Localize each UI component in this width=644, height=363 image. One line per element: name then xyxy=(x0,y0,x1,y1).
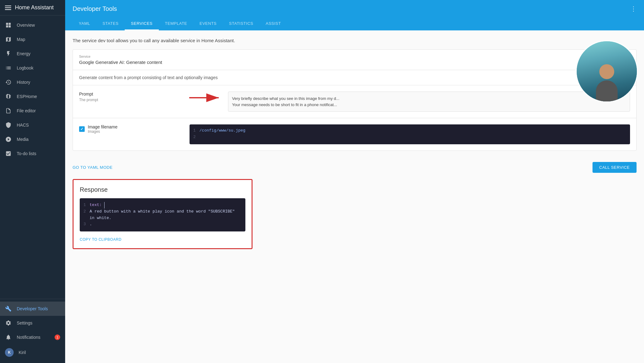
prompt-left: Prompt The prompt xyxy=(79,92,185,102)
prompt-row: Prompt The prompt Very brie xyxy=(73,85,636,118)
sidebar-label-todo: To-do lists xyxy=(17,151,36,156)
notifications-icon xyxy=(5,334,12,341)
sidebar-item-media[interactable]: Media xyxy=(0,132,65,146)
response-line-3: 3 . xyxy=(83,221,242,228)
settings-icon xyxy=(5,320,12,326)
person-body xyxy=(596,80,618,102)
sidebar-item-logbook[interactable]: Logbook xyxy=(0,61,65,75)
topbar-menu-icon[interactable]: ⋮ xyxy=(630,5,637,12)
store-icon xyxy=(5,122,12,128)
action-bar: GO TO YAML MODE CALL SERVICE xyxy=(73,157,637,173)
response-cursor-line3: . xyxy=(90,221,92,228)
image-field-sublabel: Images xyxy=(88,129,118,134)
prompt-sublabel: The prompt xyxy=(79,98,185,102)
hamburger-icon[interactable] xyxy=(5,6,11,10)
todo-icon xyxy=(5,150,12,157)
sidebar-item-settings[interactable]: Settings xyxy=(0,316,65,330)
sidebar: Home Assistant Overview Map xyxy=(0,0,65,363)
response-title: Response xyxy=(80,186,245,193)
response-line-1: 1 text: xyxy=(83,202,242,208)
tab-events[interactable]: EVENTS xyxy=(193,17,223,30)
sidebar-item-user[interactable]: K Kiril xyxy=(0,344,65,361)
sidebar-label-notifications: Notifications xyxy=(17,335,40,340)
map-icon xyxy=(5,36,12,43)
page-title: Developer Tools xyxy=(73,5,630,12)
sidebar-label-map: Map xyxy=(17,37,25,42)
service-field[interactable]: Service Google Generative AI: Generate c… xyxy=(73,50,636,70)
sidebar-label-energy: Energy xyxy=(17,51,30,56)
sidebar-item-hacs[interactable]: HACS xyxy=(0,118,65,132)
code-line-2: 2 xyxy=(193,134,626,141)
tab-yaml[interactable]: YAML xyxy=(73,17,96,30)
video-person xyxy=(577,41,637,101)
file-icon xyxy=(5,107,12,114)
go-yaml-mode-button[interactable]: GO TO YAML MODE xyxy=(73,165,113,170)
grid-icon xyxy=(5,22,12,29)
notification-count: 1 xyxy=(55,334,60,340)
sidebar-label-developer-tools: Developer Tools xyxy=(17,306,48,311)
sidebar-label-media: Media xyxy=(17,137,29,142)
cursor xyxy=(102,202,105,208)
red-arrow-icon xyxy=(188,92,225,104)
tabs-bar: YAML STATES SERVICES TEMPLATE EVENTS STA… xyxy=(65,17,644,30)
sidebar-item-todo[interactable]: To-do lists xyxy=(0,146,65,161)
response-code-block: 1 text: 2 A red button with a white play… xyxy=(80,198,245,231)
bolt-icon xyxy=(5,50,12,57)
tab-services[interactable]: SERVICES xyxy=(125,17,159,30)
service-card: Service Google Generative AI: Generate c… xyxy=(73,49,637,151)
sidebar-label-file-editor: File editor xyxy=(17,108,36,113)
sidebar-label-overview: Overview xyxy=(17,23,35,28)
sidebar-label-hacs: HACS xyxy=(17,123,29,128)
response-card: Response 1 text: 2 A red button with a w… xyxy=(73,179,253,249)
sidebar-header: Home Assistant xyxy=(0,0,65,16)
sidebar-item-file-editor[interactable]: File editor xyxy=(0,104,65,118)
history-icon xyxy=(5,79,12,86)
developer-tools-icon xyxy=(5,305,12,312)
copy-to-clipboard-button[interactable]: COPY TO CLIPBOARD xyxy=(80,237,122,242)
image-row: Image filename Images 1 /config/www/su.j… xyxy=(73,118,636,150)
sidebar-item-esphome[interactable]: ESPHome xyxy=(0,89,65,104)
image-checkbox[interactable] xyxy=(79,126,85,132)
topbar: Developer Tools ⋮ xyxy=(65,0,644,17)
content-area: The service dev tool allows you to call … xyxy=(65,30,644,363)
image-field-label: Image filename xyxy=(88,124,118,129)
sidebar-item-energy[interactable]: Energy xyxy=(0,47,65,61)
sidebar-label-esphome: ESPHome xyxy=(17,94,37,99)
image-checkbox-wrapper: Image filename Images xyxy=(79,124,185,134)
service-value: Google Generative AI: Generate content xyxy=(79,60,630,65)
tab-statistics[interactable]: STATISTICS xyxy=(223,17,259,30)
image-code-editor[interactable]: 1 /config/www/su.jpeg 2 xyxy=(190,124,630,144)
sidebar-bottom: Developer Tools Settings Notifications 1… xyxy=(0,299,65,363)
video-overlay xyxy=(576,40,638,102)
logbook-icon xyxy=(5,65,12,71)
sidebar-label-user: Kiril xyxy=(19,350,26,355)
chip-icon xyxy=(5,93,12,100)
main-content: Developer Tools ⋮ YAML STATES SERVICES T… xyxy=(65,0,644,363)
prompt-text-value[interactable]: Very briefly describe what you see in th… xyxy=(228,92,630,112)
arrow-container xyxy=(185,92,228,104)
response-line-2: 2 A red button with a white play icon an… xyxy=(83,208,242,222)
sidebar-label-settings: Settings xyxy=(17,320,33,325)
sidebar-item-map[interactable]: Map xyxy=(0,32,65,47)
code-path: /config/www/su.jpeg xyxy=(199,128,245,134)
page-description: The service dev tool allows you to call … xyxy=(73,38,637,43)
person-silhouette xyxy=(594,64,619,101)
media-icon xyxy=(5,136,12,143)
sidebar-label-history: History xyxy=(17,80,30,85)
code-line-1: 1 /config/www/su.jpeg xyxy=(193,128,626,134)
sidebar-item-history[interactable]: History xyxy=(0,75,65,89)
service-description: Generate content from a prompt consistin… xyxy=(73,70,636,85)
sidebar-label-logbook: Logbook xyxy=(17,65,34,70)
app-title: Home Assistant xyxy=(15,4,54,11)
sidebar-item-overview[interactable]: Overview xyxy=(0,18,65,32)
tab-states[interactable]: STATES xyxy=(96,17,125,30)
service-label: Service xyxy=(79,55,630,58)
call-service-button[interactable]: CALL SERVICE xyxy=(593,162,637,173)
person-head xyxy=(599,64,614,79)
tab-template[interactable]: TEMPLATE xyxy=(159,17,194,30)
sidebar-item-notifications[interactable]: Notifications 1 xyxy=(0,330,65,344)
tab-assist[interactable]: ASSIST xyxy=(259,17,287,30)
user-avatar: K xyxy=(5,348,14,357)
sidebar-item-developer-tools[interactable]: Developer Tools xyxy=(0,302,65,316)
prompt-label: Prompt xyxy=(79,92,185,96)
